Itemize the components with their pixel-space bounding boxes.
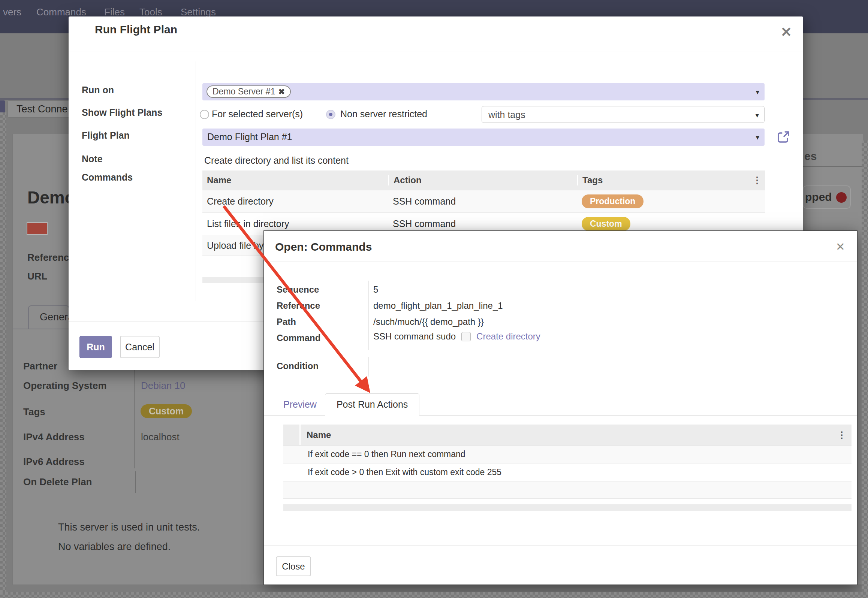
open-commands-modal: Open: Commands ✕ Sequence Reference Path…: [263, 230, 858, 585]
radio-non-server-restricted[interactable]: [326, 110, 335, 119]
panel-heading-fragment: es: [804, 150, 817, 163]
unit-test-note-line2: No variables are defined.: [58, 541, 171, 553]
chevron-down-icon[interactable]: ▾: [756, 133, 759, 142]
panel-heading-rule: [803, 166, 863, 167]
table-row-empty: [283, 481, 852, 499]
commands-label: Commands: [82, 172, 133, 183]
chevron-down-icon[interactable]: ▾: [755, 111, 759, 120]
flight-plan-note: Create directory and list its content: [204, 155, 349, 166]
table-header-row: Name ⋮: [283, 425, 852, 446]
radio-non-server-restricted-label[interactable]: Non server restricted: [340, 109, 427, 120]
chevron-down-icon[interactable]: ▾: [756, 88, 759, 96]
test-connection-button[interactable]: Test Conne: [7, 100, 70, 118]
modal-title: Run Flight Plan: [95, 23, 177, 36]
status-stopped-dot: [836, 192, 847, 203]
table-header-row: Name Action Tags ⋮: [202, 170, 765, 190]
command-link[interactable]: Create directory: [476, 331, 540, 342]
notebook-tabs: Preview Post Run Actions: [264, 393, 857, 416]
os-label: Operating System: [23, 380, 107, 392]
reference-value: demo_flight_plan_1_plan_line_1: [373, 300, 503, 311]
cancel-button[interactable]: Cancel: [120, 336, 160, 358]
modal-footer-divider: [264, 545, 857, 546]
partner-label: Partner: [23, 360, 57, 372]
tags-label: Tags: [23, 406, 45, 418]
status-badge: pped: [803, 185, 851, 209]
nav-item-servers[interactable]: vers: [3, 6, 21, 18]
status-badge-label: pped: [805, 191, 832, 203]
field-divider: [368, 281, 369, 350]
os-value-link[interactable]: Debian 10: [141, 380, 186, 392]
command-label: Command: [277, 333, 320, 343]
column-options-icon[interactable]: ⋮: [837, 430, 852, 440]
path-label: Path: [277, 317, 296, 327]
column-options-icon[interactable]: ⋮: [753, 175, 765, 185]
modal-title: Open: Commands: [275, 241, 372, 253]
ipv6-label: IPv6 Address: [23, 456, 85, 468]
column-header-action[interactable]: Action: [388, 175, 577, 185]
flight-plan-label: Flight Plan: [82, 130, 130, 141]
column-header-name[interactable]: Name: [301, 430, 331, 440]
server-tag-pill[interactable]: Demo Server #1✖: [207, 85, 291, 98]
close-icon[interactable]: ✕: [836, 241, 845, 253]
run-on-label: Run on: [82, 85, 114, 96]
path-value: /such/much/{{ demo_path }}: [373, 317, 484, 327]
color-swatch[interactable]: [27, 222, 48, 235]
ipv4-value: localhost: [141, 431, 180, 443]
field-group-divider-2: [135, 471, 136, 493]
run-button[interactable]: Run: [79, 336, 112, 358]
url-field-label: URL: [27, 271, 47, 282]
modal-header-divider: [69, 51, 803, 51]
table-scrollbar[interactable]: [283, 504, 852, 511]
table-row[interactable]: If exit code == 0 then Run next command: [283, 446, 852, 463]
note-label: Note: [82, 154, 103, 164]
show-flight-plans-label: Show Flight Plans: [82, 107, 162, 118]
with-tags-select[interactable]: with tags ▾: [482, 106, 765, 123]
reference-label: Reference: [277, 300, 320, 311]
column-header-name[interactable]: Name: [202, 175, 388, 185]
on-delete-plan-label: On Delete Plan: [23, 476, 92, 488]
tab-preview[interactable]: Preview: [275, 394, 325, 415]
unit-test-note-line1: This server is used in unit tests.: [58, 522, 200, 533]
command-value: SSH command sudo: [373, 331, 456, 342]
external-link-icon[interactable]: [777, 130, 790, 144]
sequence-label: Sequence: [277, 284, 319, 295]
reference-field-label: Reference: [27, 252, 75, 263]
condition-field-divider: [368, 357, 369, 377]
radio-for-selected-servers[interactable]: [200, 110, 209, 119]
close-icon[interactable]: ✕: [781, 25, 792, 39]
tag-badge-custom: Custom: [582, 217, 630, 231]
radio-for-selected-servers-label[interactable]: For selected server(s): [212, 109, 303, 120]
condition-label: Condition: [277, 361, 319, 371]
sidebar-divider: [196, 61, 196, 301]
remove-tag-icon[interactable]: ✖: [278, 87, 285, 96]
tab-general[interactable]: General: [28, 305, 69, 329]
ipv4-label: IPv4 Address: [23, 431, 85, 443]
post-run-actions-table: Name ⋮ If exit code == 0 then Run next c…: [283, 425, 852, 499]
page-title: Demo: [27, 187, 69, 208]
selector-column-stub: [283, 425, 301, 445]
command-value-row: SSH command sudo Create directory: [373, 331, 540, 342]
tab-strip-line: [12, 329, 69, 329]
window-edge-left: [0, 112, 6, 598]
app-screen: vers Commands Files Tools Settings Test …: [0, 0, 868, 598]
column-header-tags[interactable]: Tags: [577, 175, 749, 185]
table-row[interactable]: If exit code > 0 then Exit with custom e…: [283, 463, 852, 481]
tab-post-run-actions[interactable]: Post Run Actions: [325, 393, 419, 416]
flight-plan-select[interactable]: Demo Flight Plan #1 ▾: [202, 129, 765, 146]
window-edge-bottom: [0, 592, 868, 598]
tag-badge-custom: Custom: [141, 404, 192, 418]
sudo-checkbox[interactable]: [461, 332, 471, 341]
tag-badge-production: Production: [582, 194, 644, 208]
modal-header-divider: [264, 262, 857, 262]
table-row[interactable]: Create directory SSH command Production: [202, 190, 765, 213]
run-on-multiselect[interactable]: Demo Server #1✖ ▾: [202, 83, 765, 100]
window-edge-right: [862, 141, 868, 598]
field-group-divider: [134, 359, 135, 468]
close-button[interactable]: Close: [276, 556, 311, 576]
sequence-value: 5: [373, 284, 378, 295]
